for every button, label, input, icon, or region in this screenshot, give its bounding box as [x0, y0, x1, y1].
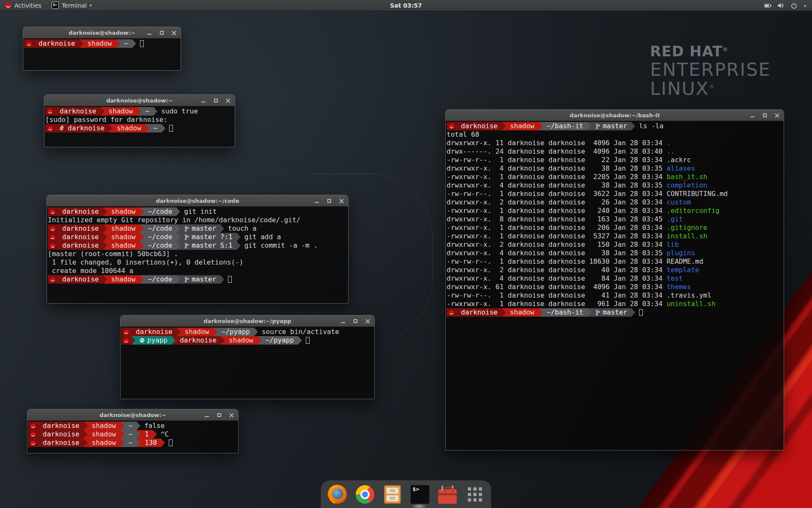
powerline-separator-icon — [539, 122, 543, 130]
close-button-icon — [226, 98, 230, 103]
prompt-segment-dir: ~/code — [144, 233, 177, 241]
close-button-icon — [365, 319, 370, 323]
grid-glyph — [468, 487, 482, 502]
minimize-button[interactable] — [340, 319, 346, 324]
terminal-prompt-line: darknoiseshadow~/pyappsource bin/activat… — [121, 328, 374, 336]
prompt-segment-dir: ~ — [141, 107, 154, 116]
terminal-content[interactable]: darknoiseshadow~/codegit initInitialized… — [47, 207, 348, 303]
close-button[interactable] — [171, 30, 176, 36]
maximize-button[interactable] — [353, 319, 358, 324]
output-text-dir: custom — [667, 198, 691, 206]
terminal-output-line: drwxrwxr-x. 4 darknoise darknoise 38 Jan… — [447, 249, 784, 257]
terminal-output-line: 1 file changed, 0 insertions(+), 0 delet… — [48, 258, 348, 267]
prompt-segment-host: shadow — [107, 275, 140, 284]
titlebar[interactable]: darknoise@shadow:~/code — [47, 195, 348, 207]
terminal-content[interactable]: darknoiseshadow~falsedarknoiseshadow~1^C… — [27, 421, 238, 453]
maximize-button[interactable] — [326, 199, 332, 204]
redhat-icon — [123, 329, 129, 335]
maximize-button-icon — [160, 31, 164, 35]
power-icon — [791, 3, 797, 9]
output-text-fg: drwxrwxr-x. 4 darknoise darknoise 84 Jan… — [447, 274, 667, 282]
prompt-segment-hat — [447, 122, 457, 130]
redhat-icon — [449, 124, 454, 129]
titlebar[interactable]: darknoise@shadow:~ — [44, 95, 235, 106]
minimize-button[interactable] — [201, 98, 206, 103]
clock[interactable]: Sat 03:57 — [0, 2, 812, 9]
terminal-output-line: drwxrwxr-x. 4 darknoise darknoise 84 Jan… — [447, 274, 784, 283]
prompt-segment-user: darknoise — [457, 122, 502, 130]
branding-enterprise: ENTERPRISE — [650, 60, 771, 79]
terminal-output-line: drwxrwxr-x. 2 darknoise darknoise 150 Ja… — [447, 240, 784, 249]
firefox-icon[interactable] — [327, 484, 348, 505]
minimize-button[interactable] — [204, 413, 209, 418]
powerline-separator-icon — [103, 241, 107, 250]
maximize-button[interactable] — [217, 413, 222, 418]
close-button[interactable] — [229, 413, 234, 418]
terminal-icon[interactable]: $> — [410, 484, 430, 505]
terminal-output-line: -rw-rw-r--. 1 darknoise darknoise 3622 J… — [447, 190, 784, 198]
minimize-button[interactable] — [750, 113, 755, 118]
prompt-segment-host: shadow — [88, 430, 121, 439]
output-text-fg: -rwxrwxr-x. 1 darknoise darknoise 5327 J… — [447, 232, 667, 240]
powerline-separator-icon — [221, 336, 225, 345]
powerline-separator-icon — [502, 122, 506, 130]
maximize-button-icon — [354, 319, 357, 323]
window-title: darknoise@shadow:~/code — [156, 198, 239, 204]
prompt-segment-git: master — [591, 308, 631, 317]
minimize-button[interactable] — [147, 30, 152, 36]
close-button[interactable] — [365, 319, 370, 324]
titlebar[interactable]: darknoise@shadow:~/pyapp — [121, 315, 374, 327]
output-text-dir: . — [667, 139, 671, 147]
git-branch-icon — [595, 123, 600, 130]
prompt-segment-host: shadow — [83, 39, 116, 48]
output-text-fg: -rw-rw-r--. 1 darknoise darknoise 18630 … — [447, 257, 703, 265]
close-button[interactable] — [225, 98, 230, 103]
maximize-button[interactable] — [762, 113, 767, 118]
terminal-output-line: create mode 100644 a — [48, 267, 348, 275]
powerline-separator-icon — [254, 328, 258, 336]
minimize-button[interactable] — [314, 199, 319, 204]
titlebar[interactable]: darknoise@shadow:~/bash-it — [446, 110, 784, 121]
terminal-content[interactable]: darknoiseshadow~/bash-itmasterls -latota… — [446, 121, 784, 450]
prompt-segment-user: darknoise — [132, 328, 177, 336]
titlebar-buttons — [204, 409, 234, 421]
terminal-prompt-line: darknoiseshadow~/bash-itmaster — [447, 308, 784, 317]
titlebar[interactable]: darknoise@shadow:~ — [27, 409, 238, 421]
titlebar[interactable]: darknoise@shadow:~ — [23, 27, 181, 39]
redhat-icon — [50, 243, 55, 248]
powerline-separator-icon — [161, 439, 165, 447]
minimize-button-icon — [750, 116, 754, 117]
powerline-separator-icon — [109, 124, 112, 133]
close-button[interactable] — [339, 199, 344, 204]
prompt-segment-hat — [48, 224, 58, 233]
maximize-button[interactable] — [213, 98, 218, 103]
chrome-icon[interactable] — [355, 484, 375, 505]
terminal-prompt-line: darknoiseshadow~sudo true — [45, 107, 235, 116]
terminal-content[interactable]: darknoiseshadow~/pyappsource bin/activat… — [121, 327, 374, 399]
close-button-icon — [339, 199, 344, 203]
terminal-cursor — [169, 439, 173, 446]
toolbox-icon[interactable] — [437, 484, 458, 505]
terminal-output-line: total 68 — [447, 130, 784, 139]
powerline-separator-icon — [84, 439, 88, 447]
terminal-window-w2: darknoise@shadow:~darknoiseshadow~sudo t… — [44, 94, 235, 147]
terminal-output-line: Initialized empty Git repository in /hom… — [48, 216, 348, 224]
output-text-fg: Initialized empty Git repository in /hom… — [48, 216, 300, 224]
app-grid-icon[interactable] — [465, 484, 485, 505]
prompt-segment-git: master — [180, 224, 220, 233]
redhat-icon — [30, 440, 36, 446]
prompt-segment-user: darknoise — [58, 207, 103, 216]
terminal-prompt-line: darknoiseshadow~130 — [28, 439, 238, 447]
git-branch-icon — [184, 243, 189, 249]
prompt-segment-hat — [24, 39, 34, 48]
maximize-button[interactable] — [159, 30, 164, 36]
files-icon[interactable] — [382, 484, 403, 505]
terminal-prompt-line: darknoiseshadow~/codemaster — [48, 275, 348, 284]
system-status-area[interactable]: ▾ — [758, 0, 812, 11]
top-bar: Activities $> Terminal ▾ Sat 03:57 ▾ — [0, 0, 812, 11]
close-button[interactable] — [774, 113, 779, 118]
window-title: darknoise@shadow:~/pyapp — [203, 318, 291, 324]
terminal-content[interactable]: darknoiseshadow~sudo true[sudo] password… — [44, 106, 235, 147]
terminal-content[interactable]: darknoiseshadow~ — [23, 39, 181, 70]
output-text-fg: -rwxrwxr-x. 1 darknoise darknoise 961 Ja… — [447, 300, 667, 308]
